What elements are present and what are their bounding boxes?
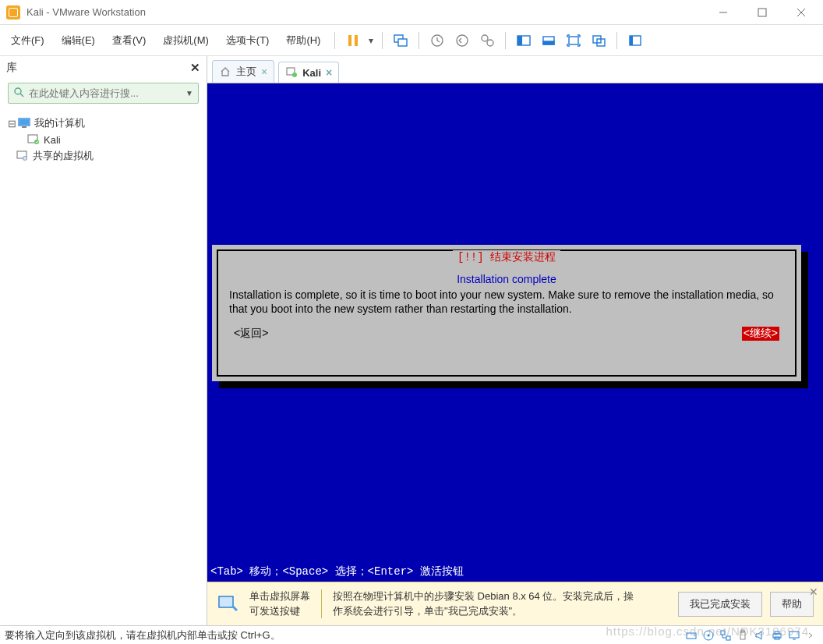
tree-collapse-icon[interactable]: ⊟ [6,118,17,129]
tab-kali[interactable]: Kali × [278,62,339,83]
device-network-icon[interactable] [719,628,733,642]
tree-node-kali[interactable]: Kali [5,132,202,147]
svg-point-21 [15,88,21,94]
search-icon [13,87,24,100]
dialog-text: Installation is complete, so it is time … [229,288,784,316]
tab-bar: 主页 × Kali × [207,56,823,83]
notice-text-1: 单击虚拟屏幕 可发送按键 [249,589,310,617]
vm-icon [285,66,298,79]
device-display-icon[interactable] [787,628,801,642]
installer-dialog: [!!] 结束安装进程 Installation complete Instal… [212,245,801,381]
menu-edit[interactable]: 编辑(E) [54,29,103,52]
continue-button[interactable]: <继续> [742,327,779,341]
snapshot-revert-button[interactable] [450,29,474,52]
svg-rect-20 [630,36,633,45]
library-toggle-button[interactable] [623,29,647,52]
svg-rect-38 [721,631,725,635]
notice-icon [217,593,238,615]
svg-point-27 [34,140,39,144]
window-close-button[interactable] [790,2,812,23]
toolbar-separator [505,32,506,49]
svg-rect-7 [398,39,407,46]
svg-rect-16 [569,37,578,44]
device-printer-icon[interactable] [770,628,784,642]
window-maximize-button[interactable] [751,2,773,23]
vm-console[interactable]: [!!] 结束安装进程 Installation complete Instal… [207,83,823,582]
svg-point-9 [457,35,468,46]
vm-icon [26,133,41,146]
tree-label: Kali [44,134,61,146]
menu-view[interactable]: 查看(V) [104,29,154,52]
window-titlebar: Kali - VMware Workstation [0,0,823,25]
view-console-button[interactable] [512,29,535,52]
sidebar-search-input[interactable] [29,87,182,99]
svg-rect-13 [517,36,522,45]
tab-home[interactable]: 主页 × [212,60,274,83]
svg-rect-15 [543,41,554,44]
device-more-icon[interactable] [804,628,818,642]
shared-vm-icon [16,150,30,162]
svg-line-22 [20,94,23,97]
sidebar-search[interactable]: ▼ [8,83,199,104]
sidebar-close-button[interactable]: ✕ [190,61,200,75]
tree-node-shared-vms[interactable]: 共享的虚拟机 [5,147,202,165]
tree-label: 我的计算机 [34,116,85,130]
library-sidebar: 库 ✕ ▼ ⊟ 我的计算机 Kali 共享的虚拟机 [0,56,207,625]
tab-close-icon[interactable]: × [261,65,267,78]
menu-vm[interactable]: 虚拟机(M) [155,29,217,52]
send-keys-button[interactable] [389,29,412,52]
tab-label: Kali [302,67,321,79]
fullscreen-button[interactable] [562,29,585,52]
tab-label: 主页 [236,65,256,79]
toolbar-separator [382,32,383,49]
device-usb-icon[interactable] [736,628,750,642]
svg-point-31 [292,73,297,77]
menubar: 文件(F) 编辑(E) 查看(V) 虚拟机(M) 选项卡(T) 帮助(H) ▾ [0,25,823,56]
toolbar-separator [616,32,617,49]
snapshot-button[interactable] [426,29,449,52]
view-thumbnail-button[interactable] [537,29,560,52]
menu-file[interactable]: 文件(F) [3,29,52,52]
dialog-subtitle: Installation complete [229,273,784,285]
status-device-icons [684,628,818,642]
back-button[interactable]: <返回> [234,327,268,341]
notice-close-button[interactable]: ✕ [809,586,818,598]
app-icon [6,5,20,19]
install-notice-bar: 单击虚拟屏幕 可发送按键 按照在物理计算机中的步骤安装 Debian 8.x 6… [207,582,823,625]
toolbar-separator [334,32,335,49]
sidebar-tree: ⊟ 我的计算机 Kali 共享的虚拟机 [0,111,207,168]
notice-text-2: 按照在物理计算机中的步骤安装 Debian 8.x 64 位。安装完成后，操作系… [321,589,641,617]
device-hdd-icon[interactable] [684,628,698,642]
search-dropdown-icon[interactable]: ▼ [185,89,193,97]
svg-rect-25 [22,126,26,128]
vm-keyboard-hint: <Tab> 移动；<Space> 选择；<Enter> 激活按钮 [207,563,823,582]
menu-tabs[interactable]: 选项卡(T) [218,29,277,52]
snapshot-manager-button[interactable] [475,29,499,52]
svg-point-35 [694,635,695,636]
help-button[interactable]: 帮助 [770,592,814,617]
svg-rect-43 [775,632,779,634]
window-minimize-button[interactable] [712,2,734,23]
tree-node-my-computer[interactable]: ⊟ 我的计算机 [5,115,202,132]
power-dropdown[interactable]: ▾ [366,35,376,46]
install-done-button[interactable]: 我已完成安装 [678,592,762,617]
svg-rect-1 [758,9,766,16]
content-area: 主页 × Kali × [!!] 结束安装进程 Installation com… [207,56,823,625]
status-text: 要将输入定向到该虚拟机，请在虚拟机内部单击或按 Ctrl+G。 [5,628,281,642]
device-sound-icon[interactable] [753,628,767,642]
computer-icon [17,117,31,129]
sidebar-title: 库 [6,61,190,75]
tree-label: 共享的虚拟机 [33,149,94,163]
svg-rect-39 [726,636,730,640]
tab-close-icon[interactable]: × [326,66,332,79]
menu-help[interactable]: 帮助(H) [278,29,328,52]
pause-button[interactable] [341,29,365,52]
svg-rect-5 [355,35,358,46]
svg-rect-24 [19,119,29,125]
dialog-border: [!!] 结束安装进程 Installation complete Instal… [217,249,797,377]
toolbar-separator [419,32,419,49]
device-cd-icon[interactable] [701,628,715,642]
unity-button[interactable] [587,29,610,52]
svg-rect-33 [220,597,232,607]
svg-point-37 [708,634,710,636]
